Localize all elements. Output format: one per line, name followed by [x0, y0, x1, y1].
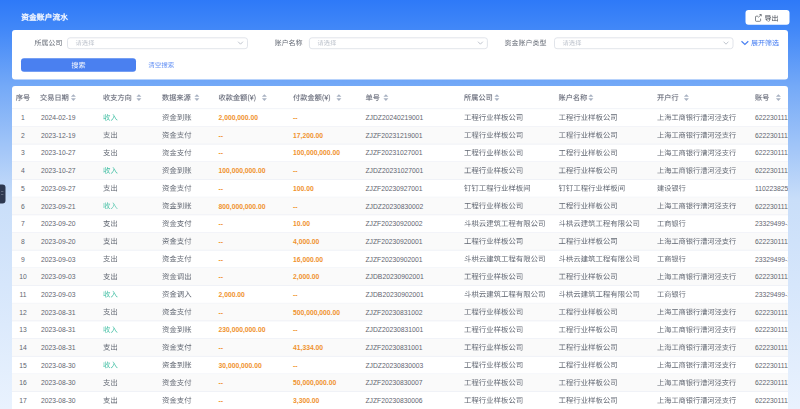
svg-text:16,000.00: 16,000.00 — [293, 256, 323, 264]
svg-text:2023-09-20: 2023-09-20 — [41, 220, 76, 227]
svg-text:6222301111111111: 6222301111111111 — [755, 344, 800, 351]
svg-text:1: 1 — [21, 114, 25, 121]
svg-text:--: -- — [293, 114, 298, 121]
svg-text:6222301111111111: 6222301111111111 — [755, 397, 800, 404]
svg-text:2023-09-20: 2023-09-20 — [41, 238, 76, 245]
svg-text:--: -- — [219, 220, 224, 227]
svg-text:2024-02-19: 2024-02-19 — [41, 114, 76, 121]
svg-text:--: -- — [293, 291, 298, 298]
svg-text:ZJZF20231219001: ZJZF20231219001 — [366, 132, 423, 139]
svg-text:9: 9 — [21, 256, 25, 263]
svg-text:41,334.00: 41,334.00 — [293, 344, 323, 352]
svg-text:16: 16 — [19, 379, 27, 386]
svg-text:6222301111111111: 6222301111111111 — [755, 309, 800, 316]
svg-text:2023-08-31: 2023-08-31 — [41, 344, 76, 351]
svg-text:15: 15 — [19, 362, 27, 369]
svg-text:6222301111111111: 6222301111111111 — [755, 326, 800, 333]
svg-text:2,000.00: 2,000.00 — [293, 273, 320, 281]
svg-text:14: 14 — [19, 344, 27, 351]
svg-text:23329499-111111: 23329499-111111 — [755, 291, 800, 298]
svg-text:--: -- — [293, 203, 298, 210]
svg-text:--: -- — [219, 379, 224, 386]
svg-text:6222301111111111: 6222301111111111 — [755, 379, 800, 386]
svg-text:6222301111111111: 6222301111111111 — [755, 203, 800, 210]
svg-text:3,300.00: 3,300.00 — [293, 397, 320, 405]
svg-text:2023-08-30: 2023-08-30 — [41, 362, 76, 369]
svg-text:ZJDZ20230830002: ZJDZ20230830002 — [366, 203, 424, 210]
svg-text:230,000,000.00: 230,000,000.00 — [219, 326, 266, 334]
svg-text:10: 10 — [19, 273, 27, 280]
svg-text:2023-10-27: 2023-10-27 — [41, 167, 76, 174]
svg-text:6222301111111111: 6222301111111111 — [755, 167, 800, 174]
svg-text:--: -- — [219, 185, 224, 192]
svg-text:ZJZF20230902001: ZJZF20230902001 — [366, 256, 423, 263]
svg-text:50,000,000.00: 50,000,000.00 — [293, 379, 336, 387]
svg-text:--: -- — [219, 132, 224, 139]
svg-text:100,000,000.00: 100,000,000.00 — [219, 167, 266, 175]
svg-text:ZJDZ20230831001: ZJDZ20230831001 — [366, 326, 424, 333]
svg-text:23329499-111111: 23329499-111111 — [755, 220, 800, 227]
svg-text:ZJZF20230920001: ZJZF20230920001 — [366, 238, 423, 245]
svg-text:2023-12-19: 2023-12-19 — [41, 132, 76, 139]
svg-text:5: 5 — [21, 185, 25, 192]
svg-text:--: -- — [219, 273, 224, 280]
svg-text:6222301111111111: 6222301111111111 — [755, 273, 800, 280]
svg-text:800,000,000.00: 800,000,000.00 — [219, 203, 266, 211]
svg-text:--: -- — [219, 309, 224, 316]
svg-text:2023-08-30: 2023-08-30 — [41, 397, 76, 404]
svg-text:500,000,000.00: 500,000,000.00 — [293, 309, 340, 317]
svg-text:12: 12 — [19, 309, 27, 316]
svg-text:ZJZF20230830007: ZJZF20230830007 — [366, 379, 423, 386]
svg-text:6222301111111111: 6222301111111111 — [755, 362, 800, 369]
svg-text:--: -- — [293, 362, 298, 369]
svg-text:ZJDZ20240219001: ZJDZ20240219001 — [366, 114, 424, 121]
svg-text:ZJDZ20230830003: ZJDZ20230830003 — [366, 362, 424, 369]
svg-text:2023-09-03: 2023-09-03 — [41, 256, 76, 263]
svg-text:6: 6 — [21, 203, 25, 210]
svg-text:17,200.00: 17,200.00 — [293, 132, 323, 140]
svg-text:ZJDZ20231027001: ZJDZ20231027001 — [366, 167, 424, 174]
svg-text:2,000.00: 2,000.00 — [219, 291, 246, 299]
svg-text:2,000,000.00: 2,000,000.00 — [219, 114, 259, 122]
svg-text:2023-09-03: 2023-09-03 — [41, 273, 76, 280]
svg-text:2023-09-27: 2023-09-27 — [41, 185, 76, 192]
svg-text:2: 2 — [21, 132, 25, 139]
svg-text:6222301111111111: 6222301111111111 — [755, 149, 800, 156]
svg-text:4: 4 — [21, 167, 25, 174]
svg-text:ZJDB20230902001: ZJDB20230902001 — [366, 291, 424, 298]
svg-text:2023-09-03: 2023-09-03 — [41, 291, 76, 298]
svg-text:2023-08-31: 2023-08-31 — [41, 326, 76, 333]
svg-text:13: 13 — [19, 326, 27, 333]
svg-text:17: 17 — [19, 397, 27, 404]
svg-text:--: -- — [219, 397, 224, 404]
svg-text:2023-08-30: 2023-08-30 — [41, 379, 76, 386]
svg-text:ZJZF20230831001: ZJZF20230831001 — [366, 344, 423, 351]
svg-text:6222301111111111: 6222301111111111 — [755, 114, 800, 121]
svg-text:--: -- — [219, 256, 224, 263]
svg-text:--: -- — [219, 149, 224, 156]
svg-text:23329499-111111: 23329499-111111 — [755, 256, 800, 263]
svg-text:100,000,000.00: 100,000,000.00 — [293, 149, 340, 157]
svg-text:2023-09-21: 2023-09-21 — [41, 203, 76, 210]
svg-text:6222301111111111: 6222301111111111 — [755, 132, 800, 139]
svg-text:2023-10-27: 2023-10-27 — [41, 149, 76, 156]
svg-text:--: -- — [293, 326, 298, 333]
svg-text:6222301111111111: 6222301111111111 — [755, 238, 800, 245]
svg-text:30,000,000.00: 30,000,000.00 — [219, 362, 262, 370]
svg-text:ZJZF20230831002: ZJZF20230831002 — [366, 309, 423, 316]
svg-text:3: 3 — [21, 149, 25, 156]
svg-text:ZJZF20230920002: ZJZF20230920002 — [366, 220, 423, 227]
svg-text:7: 7 — [21, 220, 25, 227]
svg-text:ZJZF20230927001: ZJZF20230927001 — [366, 185, 423, 192]
svg-text:--: -- — [219, 344, 224, 351]
svg-text:4,000.00: 4,000.00 — [293, 238, 320, 246]
svg-text:8: 8 — [21, 238, 25, 245]
svg-text:--: -- — [293, 167, 298, 174]
svg-text:ZJZF20231027001: ZJZF20231027001 — [366, 149, 423, 156]
svg-text:10.00: 10.00 — [293, 220, 310, 227]
svg-text:ZJZF20230830006: ZJZF20230830006 — [366, 397, 423, 404]
svg-text:11: 11 — [19, 291, 26, 298]
svg-text:2023-08-31: 2023-08-31 — [41, 309, 76, 316]
svg-text:1102238251111111: 1102238251111111 — [755, 185, 800, 192]
svg-text:ZJDB20230902001: ZJDB20230902001 — [366, 273, 424, 280]
